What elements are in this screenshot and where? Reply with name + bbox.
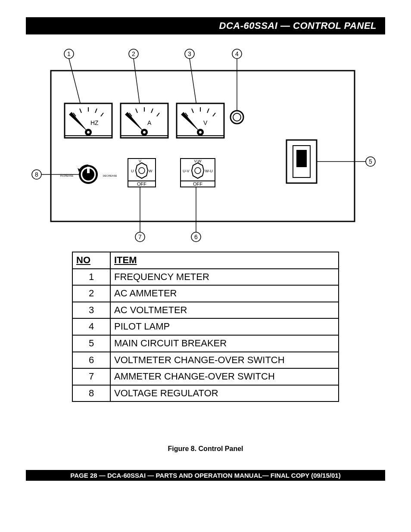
footer-text: PAGE 28 — DCA-60SSAI — PARTS AND OPERATI… <box>70 472 340 479</box>
svg-text:V-W: V-W <box>194 159 202 163</box>
table-row: 2AC AMMETER <box>72 285 339 302</box>
svg-point-42 <box>143 131 146 134</box>
control-panel-diagram: 1 2 3 4 5 8 7 6 <box>26 43 385 247</box>
frequency-meter: HZ <box>65 103 112 138</box>
svg-text:V: V <box>203 119 208 126</box>
svg-text:HZ: HZ <box>90 119 99 126</box>
callout-8: 8 <box>32 170 81 179</box>
table-row: 6VOLTMETER CHANGE-OVER SWITCH <box>72 352 339 369</box>
svg-text:7: 7 <box>138 233 142 240</box>
main-circuit-breaker <box>286 140 317 183</box>
callout-5: 5 <box>310 157 375 166</box>
svg-text:8: 8 <box>35 171 38 178</box>
svg-text:5: 5 <box>369 158 372 165</box>
table-row: 3AC VOLTMETER <box>72 302 339 319</box>
table-row: 5MAIN CIRCUIT BREAKER <box>72 335 339 352</box>
col-item: ITEM <box>110 252 339 269</box>
svg-rect-58 <box>296 150 307 167</box>
svg-text:6: 6 <box>194 233 198 240</box>
svg-point-32 <box>87 131 90 134</box>
ammeter-switch: V U W OFF <box>128 159 156 187</box>
svg-text:U-V: U-V <box>183 169 190 173</box>
svg-text:4: 4 <box>235 50 239 57</box>
voltage-regulator: INCREASE DECREASE <box>60 165 117 184</box>
callout-4: 4 <box>232 49 242 112</box>
header-bar: DCA-60SSAI — CONTROL PANEL <box>26 17 385 34</box>
svg-text:W-U: W-U <box>205 169 213 173</box>
table-row: 4PILOT LAMP <box>72 318 339 335</box>
svg-text:3: 3 <box>188 50 191 57</box>
svg-point-68 <box>139 168 145 174</box>
svg-text:OFF: OFF <box>137 181 146 187</box>
figure-caption: Figure 8. Control Panel <box>0 445 411 453</box>
svg-point-75 <box>195 168 201 174</box>
ac-ammeter: A <box>121 103 168 138</box>
svg-text:2: 2 <box>132 50 135 57</box>
svg-rect-62 <box>87 167 90 173</box>
svg-point-52 <box>199 131 202 134</box>
parts-table-wrap: NO ITEM 1FREQUENCY METER 2AC AMMETER 3AC… <box>72 252 339 402</box>
svg-text:A: A <box>147 119 152 126</box>
footer-bar: PAGE 28 — DCA-60SSAI — PARTS AND OPERATI… <box>26 470 385 481</box>
parts-table: NO ITEM 1FREQUENCY METER 2AC AMMETER 3AC… <box>72 252 339 402</box>
table-row: 8VOLTAGE REGULATOR <box>72 385 339 402</box>
callout-7: 7 <box>135 187 145 242</box>
ac-voltmeter: V <box>177 103 224 138</box>
svg-text:V: V <box>139 159 141 163</box>
svg-text:U: U <box>131 169 134 173</box>
svg-text:W: W <box>149 169 153 173</box>
table-row: 1FREQUENCY METER <box>72 269 339 286</box>
col-no: NO <box>72 252 110 269</box>
svg-text:INCREASE: INCREASE <box>60 174 74 177</box>
table-row: 7AMMETER CHANGE-OVER SWITCH <box>72 368 339 385</box>
voltmeter-switch: V-W U-V W-U OFF <box>181 159 215 187</box>
svg-point-55 <box>233 113 241 121</box>
header-title: DCA-60SSAI — CONTROL PANEL <box>219 20 377 31</box>
svg-text:DECREASE: DECREASE <box>103 174 117 177</box>
svg-text:1: 1 <box>67 50 71 57</box>
callout-6: 6 <box>191 187 201 242</box>
svg-text:OFF: OFF <box>193 181 202 187</box>
pilot-lamp <box>230 111 243 124</box>
